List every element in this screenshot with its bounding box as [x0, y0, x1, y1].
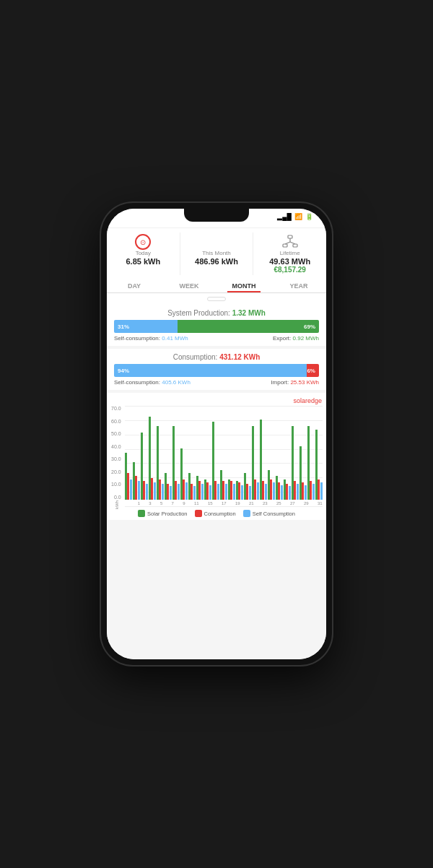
export-label: Export: 0.92 MWh — [273, 335, 319, 342]
bar-group — [204, 479, 211, 500]
self-consumption-label: Self-consumption: 0.41 MWh — [114, 335, 188, 342]
import-bar: 6% — [307, 364, 319, 377]
bar-b — [217, 484, 219, 500]
bar-group — [292, 426, 299, 500]
bar-group — [276, 476, 283, 500]
bar-b — [130, 479, 132, 500]
y-label: 30.0 — [111, 456, 121, 461]
legend-label-solar: Solar Production — [147, 511, 187, 517]
lifetime-value: 49.63 MWh — [269, 257, 310, 266]
network-icon — [282, 234, 298, 250]
bar-group — [133, 462, 140, 500]
y-label: 10.0 — [111, 482, 121, 487]
consumption-self-val: 405.6 KWh — [162, 379, 191, 386]
brand-label: solaredge — [111, 397, 322, 404]
y-label: 40.0 — [111, 444, 121, 449]
brand-accent: edge — [307, 397, 322, 404]
bar-b — [178, 484, 180, 500]
bar-group — [212, 422, 219, 500]
bar-group — [299, 446, 307, 500]
chart-legend: Solar ProductionConsumptionSelf Consumpt… — [111, 510, 322, 517]
chart-bars-wrapper: 1357911151719212325272931 — [125, 406, 323, 507]
tab-week[interactable]: WEEK — [162, 278, 216, 292]
bar-b — [193, 486, 196, 500]
app-header — [107, 222, 326, 228]
month-value: 486.96 kWh — [195, 257, 238, 266]
bar-group — [149, 417, 156, 500]
consumption-bar: 94% 6% — [114, 364, 319, 377]
production-bar: 31% 69% — [114, 320, 319, 333]
stat-month: This Month 486.96 kWh — [180, 233, 254, 275]
bar-group — [307, 426, 315, 500]
consumption-self-bar: 94% — [114, 364, 307, 377]
stat-today: ⊙ Today 6.85 kWh — [107, 233, 180, 275]
bar-group — [284, 479, 291, 500]
bar-b — [201, 484, 204, 500]
bar-group — [268, 470, 275, 500]
bar-b — [138, 481, 140, 500]
lifetime-icon — [282, 234, 298, 250]
bar-group — [180, 448, 188, 500]
svg-rect-0 — [288, 235, 292, 238]
production-value: 1.32 MWh — [232, 309, 266, 317]
import-pct-label: 6% — [307, 368, 315, 374]
svg-line-5 — [290, 242, 295, 244]
legend-color-consumption — [195, 510, 202, 517]
bar-group — [315, 430, 323, 500]
svg-rect-1 — [283, 244, 287, 247]
bar-b — [297, 484, 299, 500]
bar-group — [141, 433, 148, 500]
today-label: Today — [136, 250, 151, 256]
lifetime-earnings: €8,157.29 — [274, 266, 306, 274]
y-label: 50.0 — [111, 431, 121, 436]
consumption-value: 431.12 KWh — [219, 353, 260, 361]
tab-month[interactable]: MONTH — [216, 278, 271, 292]
legend-label-consumption: Consumption — [204, 511, 236, 517]
chart-section: solaredge 70.060.050.040.030.020.010.00.… — [107, 393, 326, 520]
consumption-bar-labels: Self-consumption: 405.6 KWh Import: 25.5… — [114, 379, 319, 386]
bar-b — [146, 484, 148, 500]
bar-b — [241, 485, 243, 500]
bar-b — [281, 485, 283, 500]
bar-group — [252, 426, 259, 500]
phone-screen: ▂▄█ 📶 🔋 ⊙ Today 6.85 kWh This Month — [107, 209, 326, 659]
y-axis-label: kWh — [115, 500, 119, 509]
date-nav — [107, 293, 326, 305]
y-label: 60.0 — [111, 419, 121, 424]
bar-group — [260, 420, 267, 500]
bar-b — [320, 482, 323, 500]
legend-color-self — [243, 510, 250, 517]
legend-item-self: Self Consumption — [243, 510, 295, 517]
tab-bar: DAY WEEK MONTH YEAR — [107, 278, 326, 293]
import-val: 25.53 KWh — [290, 379, 319, 386]
consumption-section: Consumption: 431.12 KWh 94% 6% Self-cons… — [107, 349, 326, 390]
self-pct-label: 31% — [118, 324, 129, 330]
bars-row — [125, 406, 323, 500]
bar-b — [154, 482, 156, 500]
bar-b — [233, 484, 235, 500]
self-consumption-bar: 31% — [114, 320, 178, 333]
stats-row: ⊙ Today 6.85 kWh This Month 486.96 kWh — [107, 228, 326, 278]
month-label: This Month — [202, 250, 231, 256]
stat-lifetime: Lifetime 49.63 MWh €8,157.29 — [253, 233, 326, 275]
brand-text: solar — [293, 397, 307, 404]
date-label — [207, 297, 226, 301]
y-label: 20.0 — [111, 469, 121, 474]
export-val: 0.92 MWh — [293, 335, 319, 342]
gauge-icon: ⊙ — [135, 234, 151, 250]
signal-icon: ▂▄█ — [277, 213, 292, 220]
svg-line-4 — [285, 242, 290, 244]
svg-rect-2 — [293, 244, 297, 247]
bar-b — [273, 482, 275, 500]
bar-group — [188, 473, 196, 500]
legend-color-solar — [138, 510, 145, 517]
bar-group — [125, 453, 132, 500]
bar-group — [196, 476, 204, 500]
tab-day[interactable]: DAY — [107, 278, 162, 292]
self-consumption-val: 0.41 MWh — [162, 335, 188, 342]
bar-group — [244, 473, 251, 500]
production-title: System Production: 1.32 MWh — [114, 309, 319, 317]
main-content: System Production: 1.32 MWh 31% 69% Self… — [107, 305, 326, 659]
tab-year[interactable]: YEAR — [271, 278, 326, 292]
export-pct-label: 69% — [304, 324, 315, 330]
